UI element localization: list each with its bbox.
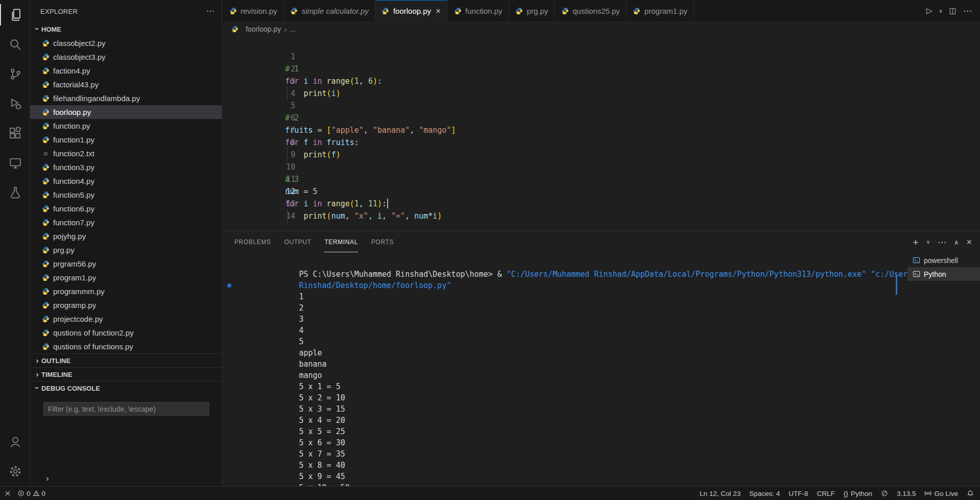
code-line[interactable]: 12 for i in range(1, 11): [223, 173, 980, 185]
file-item[interactable]: program1.py [30, 271, 222, 284]
file-item[interactable]: faction4.py [30, 64, 222, 78]
breadcrumb[interactable]: foorloop.py › ... [223, 22, 980, 36]
file-item[interactable]: prg.py [30, 243, 222, 257]
terminal-list-item[interactable]: Python [907, 267, 980, 281]
section-header-home[interactable]: › HOME [30, 22, 222, 36]
editor-tab[interactable]: revision.py [223, 0, 284, 21]
code-line[interactable]: 13 print(num, "x", i, "=", num*i) [223, 185, 980, 198]
python-file-icon [41, 122, 50, 130]
code-line[interactable]: 11 num = 5 [223, 161, 980, 173]
file-item[interactable]: classobject3.py [30, 50, 222, 64]
code-line[interactable]: 2 for i in range(1, 6): [223, 51, 980, 63]
editor-tab[interactable]: program1.py [627, 0, 694, 21]
maximize-panel-icon[interactable]: ∧ [954, 239, 959, 246]
more-actions-icon[interactable]: ⋯ [963, 6, 972, 16]
file-item[interactable]: pojyhg.py [30, 229, 222, 243]
go-live[interactable]: Go Live [924, 490, 958, 497]
file-item[interactable]: function5.py [30, 188, 222, 202]
panel-tab[interactable]: OUTPUT [284, 232, 312, 252]
terminal-list-item[interactable]: powershell [907, 253, 980, 267]
problems-indicator[interactable]: 0 0 [17, 490, 45, 497]
breadcrumb-file[interactable]: foorloop.py [246, 25, 281, 33]
run-and-debug-icon[interactable] [0, 89, 30, 118]
editor-tab[interactable]: qustions25.py [555, 0, 627, 21]
file-item[interactable]: programmm.py [30, 284, 222, 298]
file-item[interactable]: function7.py [30, 216, 222, 229]
testing-icon[interactable] [0, 178, 30, 207]
code-line[interactable]: 3 print(i) [223, 63, 980, 75]
file-item[interactable]: factorial43.py [30, 78, 222, 91]
file-item[interactable]: function1.py [30, 133, 222, 147]
file-item[interactable]: function.py [30, 119, 222, 133]
editor-tab[interactable]: foorloop.py × [375, 0, 447, 21]
python-file-icon [633, 7, 641, 15]
close-icon[interactable]: × [436, 7, 441, 15]
code-line[interactable]: 6 fruits = ["apple", "banana", "mango"] [223, 100, 980, 112]
code-line[interactable]: 7 for f in fruits: [223, 112, 980, 124]
file-item[interactable]: projectcode.py [30, 312, 222, 326]
panel-tab[interactable]: PORTS [371, 232, 394, 252]
sidebar-section-header[interactable]: › DEBUG CONSOLE [30, 381, 222, 395]
debug-console-expand-icon[interactable]: › [43, 474, 52, 483]
end-of-line[interactable]: CRLF [817, 490, 835, 497]
line-number: 1 [269, 51, 295, 63]
explorer-icon[interactable] [0, 0, 30, 30]
panel-tab[interactable]: PROBLEMS [234, 232, 271, 252]
python-file-icon [41, 232, 50, 241]
python-file-icon [561, 7, 569, 15]
views-and-more-actions-icon[interactable]: ⋯ [206, 7, 214, 15]
settings-gear-icon[interactable] [0, 457, 30, 486]
file-item[interactable]: prgram56.py [30, 257, 222, 271]
formatter-circle-slash-icon[interactable] [881, 490, 888, 497]
python-file-icon [41, 191, 50, 199]
run-dropdown-icon[interactable]: ∨ [939, 8, 942, 14]
python-file-icon [41, 67, 50, 75]
file-item[interactable]: function6.py [30, 202, 222, 216]
breadcrumb-symbol[interactable]: ... [290, 25, 296, 33]
section-label: OUTLINE [41, 357, 70, 365]
code-editor[interactable]: 1 # 1 2 for i in range(1, 6): 3 print(i)… [223, 36, 980, 231]
source-control-icon[interactable] [0, 59, 30, 89]
file-item[interactable]: ≡ function2.txt [30, 147, 222, 160]
search-icon[interactable] [0, 30, 30, 59]
file-item[interactable]: classobject2.py [30, 36, 222, 50]
file-item[interactable]: function3.py [30, 160, 222, 174]
file-item[interactable]: function4.py [30, 174, 222, 188]
code-line[interactable]: 1 # 1 [223, 38, 980, 51]
indentation[interactable]: Spaces: 4 [749, 490, 780, 497]
debug-filter-input[interactable] [43, 402, 209, 416]
panel-tab[interactable]: TERMINAL [324, 232, 357, 252]
file-item[interactable]: programp.py [30, 298, 222, 312]
close-panel-icon[interactable]: × [966, 237, 972, 247]
terminal-output[interactable]: PS C:\Users\Muhammed Rinshad\Desktop\hom… [223, 252, 907, 486]
file-item[interactable]: foorloop.py [30, 105, 222, 119]
editor-tab[interactable]: prg.py [509, 0, 555, 21]
terminal-line: PS C:\Users\Muhammed Rinshad\Desktop\hom… [234, 257, 907, 269]
chevron-icon: › [33, 384, 42, 392]
editor-tab[interactable]: function.py [447, 0, 509, 21]
panel-more-actions-icon[interactable]: ⋯ [938, 238, 946, 247]
extensions-icon[interactable] [0, 118, 30, 148]
accounts-icon[interactable] [0, 427, 30, 457]
python-version[interactable]: 3.13.5 [897, 490, 916, 497]
encoding[interactable]: UTF-8 [788, 490, 808, 497]
notifications-bell-icon[interactable] [967, 490, 974, 497]
file-item[interactable]: filehandlingandlambda.py [30, 91, 222, 105]
sidebar-section-header[interactable]: › OUTLINE [30, 353, 222, 367]
sidebar-section-header[interactable]: › TIMELINE [30, 367, 222, 381]
cursor-position[interactable]: Ln 12, Col 23 [700, 490, 740, 497]
remote-explorer-icon[interactable] [0, 148, 30, 178]
terminal-line: 5 x 9 = 45 [234, 460, 907, 471]
terminal-line: 1 [234, 280, 907, 291]
file-item[interactable]: qustions of function2.py [30, 326, 222, 340]
new-terminal-icon[interactable]: + [913, 237, 919, 247]
language-mode[interactable]: {} Python [844, 490, 872, 497]
split-editor-icon[interactable]: ◫ [949, 6, 957, 15]
remote-indicator-icon[interactable] [4, 490, 11, 497]
run-button[interactable]: ▷ [926, 6, 933, 15]
line-number: 5 [269, 100, 295, 112]
file-name: factorial43.py [53, 80, 99, 89]
editor-tab[interactable]: simple calculator.py [284, 0, 375, 21]
terminal-profile-dropdown-icon[interactable]: ∨ [926, 240, 930, 245]
file-item[interactable]: qustions of functions.py [30, 340, 222, 353]
